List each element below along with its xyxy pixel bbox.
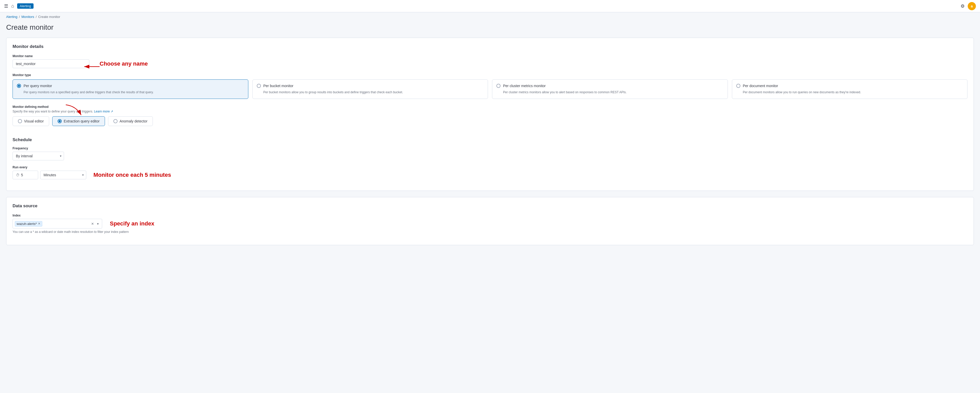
home-icon[interactable]: ⌂ xyxy=(11,3,14,9)
method-label: Monitor defining method xyxy=(13,105,967,109)
top-navigation: ☰ ⌂ Alerting ⚙ a xyxy=(0,0,980,12)
frequency-label: Frequency xyxy=(13,147,967,150)
run-every-row: ⏱ Minutes Hours Days ▾ Monitor once each… xyxy=(13,171,967,179)
learn-more-link[interactable]: Learn more ↗ xyxy=(94,110,113,113)
monitor-type-group: Monitor type Per query monitor Per query… xyxy=(13,73,967,99)
monitor-type-grid: Per query monitor Per query monitors run… xyxy=(13,80,967,99)
run-every-unit-wrapper: Minutes Hours Days ▾ xyxy=(40,171,86,179)
index-group: Index wazuh-alerts* ✕ ✕ ▾ Specify an ind… xyxy=(13,214,967,234)
nav-left: ☰ ⌂ Alerting xyxy=(4,3,33,9)
method-anomaly[interactable]: Anomaly detector xyxy=(108,116,153,126)
index-input-wrapper[interactable]: wazuh-alerts* ✕ ✕ ▾ xyxy=(13,219,102,228)
radio-per-query xyxy=(17,84,21,88)
avatar[interactable]: a xyxy=(968,2,976,10)
run-every-unit-select[interactable]: Minutes Hours Days xyxy=(40,171,86,179)
run-every-number-input[interactable] xyxy=(21,173,34,177)
specify-index-annotation: Specify an index xyxy=(110,220,154,227)
main-content: Monitor details Monitor name Choose any … xyxy=(0,38,980,262)
radio-anomaly xyxy=(113,119,118,123)
method-extraction[interactable]: Extraction query editor xyxy=(52,116,105,126)
monitor-type-per-query[interactable]: Per query monitor Per query monitors run… xyxy=(13,80,248,99)
settings-icon[interactable]: ⚙ xyxy=(961,3,965,9)
monitor-type-per-cluster-name: Per cluster metrics monitor xyxy=(503,84,546,88)
clock-icon: ⏱ xyxy=(16,173,19,177)
breadcrumb-monitors[interactable]: Monitors xyxy=(22,15,34,19)
index-hint: You can use a * as a wildcard or date ma… xyxy=(13,230,967,234)
index-tag-label: wazuh-alerts* xyxy=(17,222,37,226)
index-tag-close-icon[interactable]: ✕ xyxy=(38,222,40,225)
nav-right: ⚙ a xyxy=(961,2,976,10)
defining-method-group: Monitor defining method Specify the way … xyxy=(13,105,967,132)
monitor-type-per-query-header: Per query monitor xyxy=(17,84,244,88)
breadcrumb-current: Create monitor xyxy=(38,15,60,19)
monitor-type-per-bucket[interactable]: Per bucket monitor Per bucket monitors a… xyxy=(253,80,488,99)
monitor-type-per-document-name: Per document monitor xyxy=(743,84,778,88)
index-label: Index xyxy=(13,214,967,217)
monitor-type-per-document[interactable]: Per document monitor Per document monito… xyxy=(732,80,968,99)
monitor-type-per-bucket-header: Per bucket monitor xyxy=(257,84,484,88)
monitor-once-annotation: Monitor once each 5 minutes xyxy=(94,172,171,178)
run-every-label: Run every xyxy=(13,166,967,169)
method-extraction-label: Extraction query editor xyxy=(64,119,100,123)
index-clear-button[interactable]: ✕ xyxy=(90,221,95,226)
monitor-type-per-query-name: Per query monitor xyxy=(24,84,52,88)
method-visual-label: Visual editor xyxy=(24,119,44,123)
choose-name-annotation: Choose any name xyxy=(100,61,148,67)
radio-per-cluster xyxy=(496,84,501,88)
frequency-select-wrapper: By interval Daily Weekly Monthly Custom … xyxy=(13,152,64,160)
monitor-details-title: Monitor details xyxy=(13,44,967,49)
monitor-type-per-query-desc: Per query monitors run a specified query… xyxy=(17,90,244,94)
monitor-type-per-bucket-desc: Per bucket monitors allow you to group r… xyxy=(257,90,484,94)
hamburger-icon[interactable]: ☰ xyxy=(4,3,8,9)
schedule-group: Schedule Frequency By interval Daily Wee… xyxy=(13,137,967,179)
index-dropdown-button[interactable]: ▾ xyxy=(96,221,100,226)
monitor-type-per-document-header: Per document monitor xyxy=(736,84,963,88)
monitor-type-per-document-desc: Per document monitors allow you to run q… xyxy=(736,90,963,94)
run-every-input-wrapper: ⏱ xyxy=(13,171,38,179)
method-options: Visual editor Extraction query editor An… xyxy=(13,116,153,126)
breadcrumb: Alerting / Monitors / Create monitor xyxy=(0,12,980,21)
method-visual[interactable]: Visual editor xyxy=(13,116,49,126)
monitor-name-input[interactable] xyxy=(13,59,89,68)
monitor-type-per-cluster[interactable]: Per cluster metrics monitor Per cluster … xyxy=(492,80,728,99)
index-controls: ✕ ▾ xyxy=(90,221,100,226)
monitor-details-card: Monitor details Monitor name Choose any … xyxy=(6,38,974,191)
monitor-name-label: Monitor name xyxy=(13,54,967,58)
breadcrumb-alerting[interactable]: Alerting xyxy=(6,15,18,19)
monitor-type-label: Monitor type xyxy=(13,73,967,77)
radio-per-document xyxy=(736,84,740,88)
index-tag-wazuh: wazuh-alerts* ✕ xyxy=(15,221,42,227)
monitor-name-group: Monitor name Choose any name xyxy=(13,54,967,68)
page-title: Create monitor xyxy=(0,21,980,38)
radio-per-bucket xyxy=(257,84,261,88)
monitor-type-per-cluster-desc: Per cluster metrics monitors allow you t… xyxy=(496,90,724,94)
data-source-title: Data source xyxy=(13,203,967,209)
breadcrumb-sep-1: / xyxy=(19,15,20,19)
alerting-badge[interactable]: Alerting xyxy=(17,3,33,9)
radio-visual xyxy=(18,119,22,123)
frequency-select[interactable]: By interval Daily Weekly Monthly Custom … xyxy=(13,152,64,160)
breadcrumb-sep-2: / xyxy=(36,15,37,19)
radio-extraction xyxy=(57,119,62,123)
method-sublabel: Specify the way you want to define your … xyxy=(13,110,967,113)
monitor-type-per-cluster-header: Per cluster metrics monitor xyxy=(496,84,724,88)
frequency-group: Frequency By interval Daily Weekly Month… xyxy=(13,147,967,160)
method-anomaly-label: Anomaly detector xyxy=(119,119,148,123)
schedule-title: Schedule xyxy=(13,137,967,142)
monitor-type-per-bucket-name: Per bucket monitor xyxy=(263,84,294,88)
data-source-card: Data source Index wazuh-alerts* ✕ ✕ ▾ Sp… xyxy=(6,197,974,245)
run-every-group: Run every ⏱ Minutes Hours Days ▾ xyxy=(13,166,967,179)
